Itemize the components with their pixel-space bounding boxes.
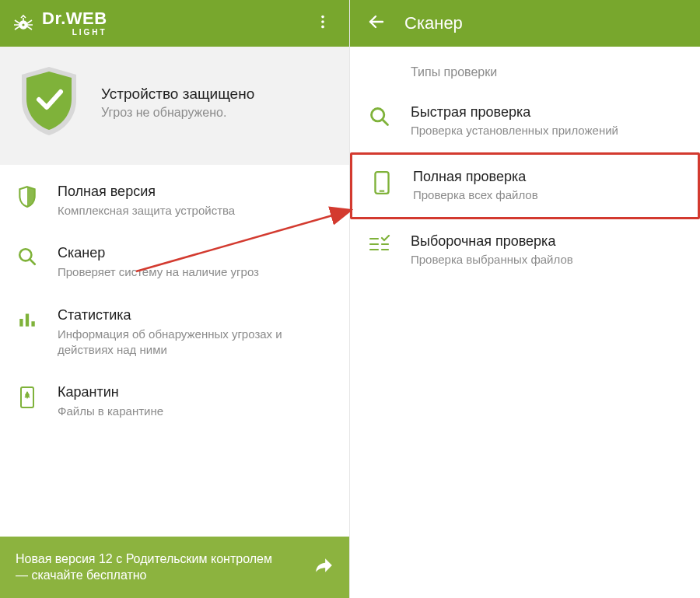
share-icon (313, 555, 334, 579)
drweb-spider-icon (11, 11, 36, 36)
svg-point-3 (321, 20, 324, 23)
appbar-main: Dr.WEB LIGHT (0, 0, 349, 47)
scan-item-custom[interactable]: Выборочная проверка Проверка выбранных ф… (350, 219, 700, 282)
svg-line-6 (30, 260, 34, 264)
brand-sub: LIGHT (72, 29, 107, 37)
back-button[interactable] (361, 8, 392, 39)
promo-banner[interactable]: Новая версия 12 с Родительским контролем… (0, 537, 349, 598)
bar-chart-icon (16, 309, 39, 329)
more-vert-icon (314, 13, 331, 33)
scan-subtitle: Проверка всех файлов (413, 188, 538, 201)
scan-item-quick[interactable]: Быстрая проверка Проверка установленных … (350, 90, 700, 152)
menu-subtitle: Информация об обнаруженных угрозах и дей… (58, 327, 322, 358)
menu-title: Полная версия (58, 184, 235, 200)
menu-title: Сканер (58, 245, 259, 261)
brand-text: Dr.WEB LIGHT (42, 10, 107, 37)
menu-title: Статистика (58, 307, 322, 323)
status-title: Устройство защищено (101, 86, 254, 103)
search-icon (369, 106, 390, 128)
screen-title: Сканер (404, 13, 463, 33)
svg-rect-9 (31, 321, 34, 327)
scan-title: Полная проверка (413, 169, 538, 185)
svg-point-2 (321, 16, 324, 19)
menu-subtitle: Файлы в карантине (58, 404, 163, 419)
scanner-screen: Сканер Типы проверки Быстрая проверка Пр… (350, 0, 700, 598)
scan-title: Быстрая проверка (411, 104, 618, 121)
scan-item-full[interactable]: Полная проверка Проверка всех файлов (350, 152, 700, 219)
svg-line-14 (383, 120, 388, 125)
scan-subtitle: Проверка выбранных файлов (411, 253, 573, 266)
menu-item-full-version[interactable]: Полная версия Комплексная защита устройс… (0, 171, 349, 233)
main-menu: Полная версия Комплексная защита устройс… (0, 165, 349, 433)
smartphone-icon (371, 170, 393, 195)
protection-status: Устройство защищено Угроз не обнаружено. (0, 47, 349, 165)
menu-item-statistics[interactable]: Статистика Информация об обнаруженных уг… (0, 295, 349, 372)
status-subtitle: Угроз не обнаружено. (101, 106, 254, 120)
promo-text: Новая версия 12 с Родительским контролем… (16, 551, 272, 584)
scan-subtitle: Проверка установленных приложений (411, 124, 618, 137)
checklist-icon (369, 235, 390, 254)
scan-types-header: Типы проверки (350, 47, 700, 90)
search-icon (16, 247, 39, 267)
scan-title: Выборочная проверка (411, 233, 573, 250)
overflow-menu-button[interactable] (307, 8, 338, 39)
brand: Dr.WEB LIGHT (11, 10, 107, 37)
menu-subtitle: Комплексная защита устройства (58, 203, 235, 219)
brand-main: Dr.WEB (42, 10, 107, 27)
shield-outline-icon (16, 185, 39, 208)
menu-item-scanner[interactable]: Сканер Проверяет систему на наличие угро… (0, 233, 349, 294)
svg-point-1 (22, 23, 26, 27)
appbar-scanner: Сканер (350, 0, 700, 47)
menu-item-quarantine[interactable]: Карантин Файлы в карантине (0, 372, 349, 433)
svg-point-4 (321, 26, 324, 29)
svg-rect-8 (26, 313, 29, 326)
arrow-back-icon (367, 12, 386, 34)
quarantine-icon (16, 386, 39, 409)
menu-title: Карантин (58, 384, 163, 400)
svg-rect-7 (19, 319, 23, 327)
menu-subtitle: Проверяет систему на наличие угроз (58, 264, 259, 280)
shield-check-icon (16, 64, 82, 142)
main-screen: Dr.WEB LIGHT (0, 0, 350, 598)
